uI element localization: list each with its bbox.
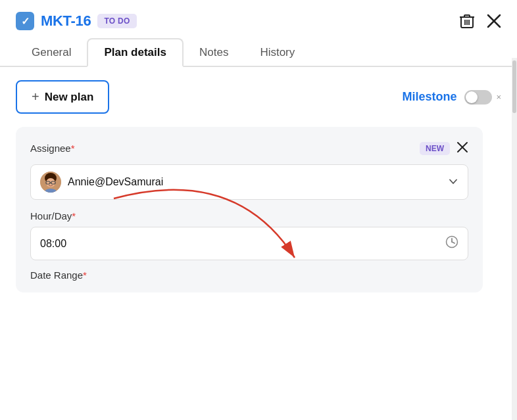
avatar — [40, 172, 61, 193]
delete-button[interactable] — [459, 12, 475, 30]
milestone-label: Milestone — [402, 90, 456, 104]
trash-icon — [459, 12, 475, 30]
tab-notes[interactable]: Notes — [184, 39, 244, 67]
tab-general[interactable]: General — [16, 39, 87, 67]
close-icon — [487, 14, 501, 28]
assignee-value: Annie@DevSamurai — [68, 176, 441, 188]
clock-icon — [445, 235, 458, 252]
top-bar: + New plan Milestone × — [16, 80, 501, 114]
checkbox-icon: ✓ — [16, 12, 34, 30]
scrollbar[interactable] — [512, 58, 517, 420]
status-badge: TO DO — [97, 14, 136, 28]
main-content: + New plan Milestone × Assignee* — [0, 67, 517, 306]
close-button[interactable] — [487, 14, 501, 28]
hour-value: 08:00 — [40, 238, 439, 250]
plan-card: Assignee* NEW — [16, 127, 483, 292]
toggle-x-label: × — [496, 92, 501, 102]
tab-history[interactable]: History — [244, 39, 310, 67]
close-card-button[interactable] — [456, 141, 468, 155]
tabs: General Plan details Notes History — [0, 38, 517, 67]
chevron-down-icon — [448, 176, 458, 189]
toggle-container: × — [464, 90, 501, 105]
date-required-star: * — [83, 269, 87, 281]
svg-line-19 — [452, 242, 455, 243]
milestone-section: Milestone × — [402, 90, 501, 105]
hour-day-label: Hour/Day* — [30, 210, 468, 222]
assignee-dropdown[interactable]: Annie@DevSamurai — [30, 164, 468, 200]
assignee-required-star: * — [71, 143, 75, 154]
assignee-field-label: Assignee* — [30, 143, 75, 154]
new-badge: NEW — [420, 142, 450, 155]
close-card-icon — [456, 141, 468, 153]
new-plan-label: New plan — [45, 91, 94, 104]
hour-day-field[interactable]: 08:00 — [30, 227, 468, 260]
milestone-toggle[interactable] — [464, 90, 492, 105]
header-right — [459, 12, 501, 30]
ticket-id: MKT-16 — [41, 12, 91, 30]
hour-required-star: * — [72, 210, 76, 222]
header-left: ✓ MKT-16 TO DO — [16, 12, 137, 30]
header: ✓ MKT-16 TO DO — [0, 0, 517, 38]
date-range-label: Date Range* — [30, 269, 468, 281]
card-right: NEW — [420, 141, 468, 155]
scrollbar-thumb — [512, 60, 516, 113]
avatar-image — [40, 172, 61, 193]
new-plan-button[interactable]: + New plan — [16, 80, 109, 114]
tab-plan-details[interactable]: Plan details — [87, 38, 183, 67]
toggle-knob — [466, 91, 478, 103]
card-header: Assignee* NEW — [30, 141, 468, 155]
plus-icon: + — [32, 89, 39, 105]
